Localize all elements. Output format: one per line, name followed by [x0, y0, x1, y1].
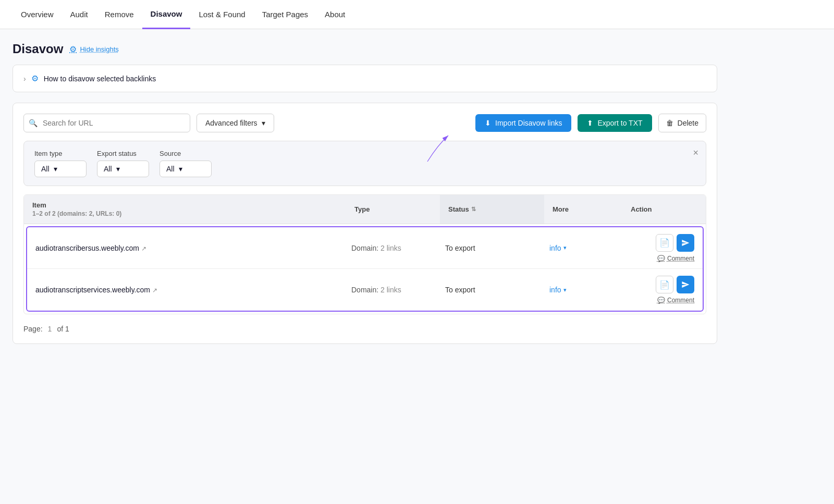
external-link-icon[interactable]: ↗ — [141, 245, 146, 252]
file-button-2[interactable]: 📄 — [656, 276, 673, 293]
chevron-down-icon: ▾ — [54, 165, 57, 173]
toolbar: 🔍 Advanced filters ▾ ⬇ Import Disavow li… — [23, 114, 706, 132]
chevron-down-icon: ▾ — [116, 165, 120, 173]
source-value: All — [166, 165, 175, 173]
type-prefix-1: Domain: — [351, 244, 378, 252]
th-more: More — [544, 195, 622, 224]
comment-icon: 💬 — [657, 255, 665, 262]
nav-target-pages[interactable]: Target Pages — [254, 0, 316, 29]
info-gear-icon: ⚙ — [31, 73, 39, 83]
nav-remove[interactable]: Remove — [96, 0, 142, 29]
info-box[interactable]: › ⚙ How to disavow selected backlinks — [13, 65, 717, 92]
trash-icon: 🗑 — [666, 119, 673, 127]
td-item-1: audiotranscribersus.weebly.com ↗ — [27, 238, 343, 259]
item-url-2: audiotranscriptservices.weebly.com — [35, 286, 150, 294]
page-label: Page: — [23, 325, 43, 333]
nav-lost-found[interactable]: Lost & Found — [190, 0, 253, 29]
info-dropdown-1[interactable]: info ▾ — [549, 244, 611, 252]
delete-button[interactable]: 🗑 Delete — [658, 114, 706, 132]
th-item-label: Item — [32, 201, 121, 209]
filter-export-status: Export status All ▾ — [97, 150, 149, 177]
advanced-filters-label: Advanced filters — [205, 119, 257, 127]
td-type-2: Domain: 2 links — [343, 279, 437, 300]
status-value-2: To export — [445, 286, 475, 294]
td-action-2: 📄 💬 Comment — [619, 272, 703, 308]
send-button-1[interactable] — [677, 234, 694, 252]
chevron-down-icon: ▾ — [179, 165, 182, 173]
item-type-value: All — [41, 165, 50, 173]
nav-about[interactable]: About — [316, 0, 353, 29]
of-label: of 1 — [57, 325, 69, 333]
table-row: audiotranscriptservices.weebly.com ↗ Dom… — [27, 269, 703, 311]
export-status-label: Export status — [97, 150, 149, 157]
advanced-filters-button[interactable]: Advanced filters ▾ — [197, 114, 274, 132]
page-title-row: Disavow ⚙ Hide insights — [13, 42, 717, 56]
td-more-1: info ▾ — [541, 238, 619, 259]
import-disavow-button[interactable]: ⬇ Import Disavow links — [475, 114, 571, 132]
file-button-1[interactable]: 📄 — [656, 234, 673, 252]
send-icon — [681, 280, 690, 289]
comment-button-1[interactable]: 💬 Comment — [657, 255, 694, 262]
comment-label-2: Comment — [667, 297, 694, 304]
hide-insights-button[interactable]: ⚙ Hide insights — [69, 44, 118, 54]
status-value-1: To export — [445, 244, 475, 252]
download-icon: ⬇ — [485, 119, 491, 127]
info-dropdown-2[interactable]: info ▾ — [549, 286, 611, 294]
info-label-1: info — [549, 244, 561, 252]
td-status-1: To export — [437, 238, 541, 259]
th-status[interactable]: Status ⇅ — [440, 195, 544, 224]
filter-source: Source All ▾ — [160, 150, 212, 177]
pagination-row: Page: 1 of 1 — [23, 325, 706, 333]
filter-item-type: Item type All ▾ — [34, 150, 87, 177]
chevron-down-icon: ▾ — [563, 287, 567, 293]
table-header: Item 1–2 of 2 (domains: 2, URLs: 0) Type… — [24, 195, 706, 224]
export-to-txt-button[interactable]: ⬆ Export to TXT — [578, 114, 652, 132]
export-status-select[interactable]: All ▾ — [97, 161, 149, 177]
search-input-wrap: 🔍 — [23, 114, 190, 132]
search-icon: 🔍 — [29, 119, 38, 127]
th-item: Item 1–2 of 2 (domains: 2, URLs: 0) — [24, 195, 346, 224]
export-status-value: All — [104, 165, 112, 173]
filter-group: Item type All ▾ Export status All ▾ Sour… — [34, 150, 695, 177]
comment-icon: 💬 — [657, 297, 665, 304]
highlighted-rows: audiotranscribersus.weebly.com ↗ Domain:… — [26, 226, 704, 312]
td-status-2: To export — [437, 279, 541, 300]
nav-disavow[interactable]: Disavow — [142, 0, 191, 29]
page-title: Disavow — [13, 42, 63, 56]
chevron-right-icon: › — [23, 75, 26, 83]
th-type: Type — [346, 195, 440, 224]
page-content: Disavow ⚙ Hide insights › ⚙ How to disav… — [0, 29, 730, 357]
current-page: 1 — [48, 325, 52, 333]
delete-label: Delete — [678, 119, 698, 127]
source-select[interactable]: All ▾ — [160, 161, 212, 177]
source-label: Source — [160, 150, 212, 157]
info-box-text: How to disavow selected backlinks — [44, 75, 156, 83]
main-card: 🔍 Advanced filters ▾ ⬇ Import Disavow li… — [13, 103, 717, 344]
type-prefix-2: Domain: — [351, 286, 378, 294]
action-row-1: 📄 — [656, 234, 694, 252]
import-label: Import Disavow links — [495, 119, 562, 127]
search-input[interactable] — [23, 114, 190, 132]
top-navigation: Overview Audit Remove Disavow Lost & Fou… — [0, 0, 834, 29]
th-action: Action — [622, 195, 706, 224]
external-link-icon[interactable]: ↗ — [152, 287, 157, 294]
td-more-2: info ▾ — [541, 279, 619, 300]
nav-overview[interactable]: Overview — [13, 0, 62, 29]
td-action-1: 📄 💬 Comment — [619, 230, 703, 266]
item-type-label: Item type — [34, 150, 87, 157]
export-label: Export to TXT — [597, 119, 642, 127]
item-type-select[interactable]: All ▾ — [34, 161, 87, 177]
nav-audit[interactable]: Audit — [62, 0, 96, 29]
chevron-down-icon: ▾ — [563, 244, 567, 251]
chevron-down-icon: ▾ — [262, 119, 265, 127]
comment-button-2[interactable]: 💬 Comment — [657, 297, 694, 304]
table-container: Item 1–2 of 2 (domains: 2, URLs: 0) Type… — [23, 194, 706, 314]
filters-row: × Item type All ▾ Export status All ▾ — [23, 141, 706, 186]
info-label-2: info — [549, 286, 561, 294]
hide-insights-label: Hide insights — [80, 45, 118, 53]
item-url-1: audiotranscribersus.weebly.com — [35, 244, 139, 252]
type-count-1: 2 links — [381, 244, 401, 252]
filters-close-button[interactable]: × — [693, 147, 698, 158]
gear-icon: ⚙ — [69, 44, 77, 54]
send-button-2[interactable] — [677, 276, 694, 293]
